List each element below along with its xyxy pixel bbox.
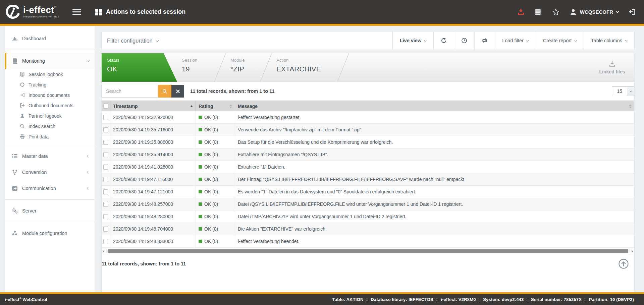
user-menu[interactable]: WCQSECOFR <box>570 8 619 16</box>
chevron-down-icon <box>87 59 90 62</box>
filter-tab-action[interactable]: ActionEXTARCHIVE <box>272 53 349 82</box>
row-checkbox[interactable] <box>103 227 108 232</box>
table-row[interactable]: 2020/09/30 14:19:47.121000OK (0)Es wurde… <box>102 186 634 198</box>
scroll-to-top-button[interactable] <box>618 258 629 269</box>
column-header-message[interactable]: Message <box>235 101 634 111</box>
live-view-dropdown[interactable]: Live view <box>392 32 433 50</box>
table-columns-dropdown[interactable]: Table columns <box>584 32 634 50</box>
sidebar-item-communication[interactable]: Communication <box>5 180 95 196</box>
row-checkbox-cell <box>102 124 110 136</box>
row-checkbox[interactable] <box>103 177 108 182</box>
table-row[interactable]: 2020/09/30 14:19:32.920000OK (0)i-effect… <box>102 111 634 124</box>
refresh-button[interactable] <box>433 32 454 50</box>
logout-icon[interactable] <box>629 8 636 16</box>
create-report-dropdown[interactable]: Create report <box>536 32 584 50</box>
repeat-button[interactable] <box>474 32 495 50</box>
search-icon <box>162 89 167 94</box>
sidebar-item-label: Conversion <box>22 170 47 175</box>
main-content: Filter configuration Live viewLoad filte… <box>101 26 635 292</box>
sidebar-item-session-logbook[interactable]: Session logbook <box>5 69 95 79</box>
table-row[interactable]: 2020/09/30 14:19:48.280000OK (0)Datei /T… <box>102 210 634 223</box>
table-row[interactable]: 2020/09/30 14:19:47.116000OK (0)Der Eint… <box>102 173 634 186</box>
sidebar-item-module-configuration[interactable]: Module configuration <box>5 225 95 241</box>
schedule-button[interactable] <box>454 32 474 50</box>
table-row[interactable]: 2020/09/30 14:19:48.704000OK (0)Die Akti… <box>102 223 634 235</box>
scrollbar-thumb[interactable] <box>108 249 628 253</box>
table-row[interactable]: 2020/09/30 14:19:41.025000OK (0)Extrahie… <box>102 161 634 173</box>
sidebar-item-label: Print data <box>29 134 49 139</box>
hamburger-menu-icon[interactable] <box>72 9 81 15</box>
linked-files-button[interactable]: Linked files <box>590 53 634 82</box>
filter-configuration-dropdown[interactable]: Filter configuration <box>102 32 159 50</box>
scroll-right-arrow[interactable]: › <box>630 249 634 253</box>
column-header-rating[interactable]: Rating <box>196 101 235 111</box>
logo-registered-mark: ® <box>54 5 57 9</box>
filter-tab-module[interactable]: Module*ZIP <box>226 53 272 82</box>
row-checkbox-cell <box>102 235 110 247</box>
sidebar-item-index-search[interactable]: Index search <box>5 121 95 131</box>
clear-search-button[interactable] <box>171 85 184 98</box>
filter-bar: Filter configuration Live viewLoad filte… <box>101 31 635 50</box>
filter-tab-status[interactable]: StatusOK <box>102 53 177 82</box>
chevron-down-icon <box>155 38 159 42</box>
sidebar-item-server[interactable]: Server <box>5 203 95 219</box>
download-alert-icon[interactable] <box>517 8 525 16</box>
sidebar-item-label: Index search <box>29 124 55 129</box>
table-row[interactable]: 2020/09/30 14:19:35.914000OK (0)Extrahie… <box>102 148 634 161</box>
sidebar-item-conversion[interactable]: Conversion <box>5 164 95 180</box>
table-row[interactable]: 2020/09/30 14:19:35.716000OK (0)Verwende… <box>102 124 634 136</box>
arrow-up-circle-icon <box>618 258 629 269</box>
footer-separator: :: <box>364 297 371 302</box>
footer-separator: :: <box>582 297 589 302</box>
page-size-select[interactable]: 15 <box>612 86 634 96</box>
select-all-checkbox[interactable] <box>103 104 108 109</box>
favorites-star-icon[interactable] <box>552 8 559 16</box>
scroll-left-arrow[interactable]: ‹ <box>102 249 106 253</box>
search-button[interactable] <box>158 85 171 98</box>
scrollbar-track[interactable] <box>106 249 630 253</box>
load-filter-dropdown[interactable]: Load filter <box>495 32 536 50</box>
sidebar-item-label: Monitoring <box>22 58 45 64</box>
row-checkbox-cell <box>102 198 110 210</box>
table-row[interactable]: 2020/09/30 14:19:35.886000OK (0)Das Setu… <box>102 136 634 148</box>
table-row[interactable]: 2020/09/30 14:19:48.833000OK (0)i-effect… <box>102 235 634 248</box>
chevron-down-icon <box>627 87 634 96</box>
row-checkbox[interactable] <box>103 152 108 157</box>
sidebar-divider <box>5 145 95 145</box>
sidebar-item-inbound-documents[interactable]: Inbound documents <box>5 90 95 100</box>
sidebar-item-master-data[interactable]: Master data <box>5 148 95 164</box>
sidebar-item-tracking[interactable]: Tracking <box>5 79 95 90</box>
toolbar: Live viewLoad filterCreate reportTable c… <box>392 32 634 50</box>
row-checkbox[interactable] <box>103 214 108 219</box>
row-checkbox[interactable] <box>103 127 108 132</box>
column-header-timestamp[interactable]: Timestamp <box>110 101 196 111</box>
status-ok-flag <box>199 128 202 131</box>
search-input[interactable] <box>102 85 158 98</box>
server-status-icon[interactable] <box>535 8 542 16</box>
sidebar-item-label: Session logbook <box>29 72 63 77</box>
row-checkbox[interactable] <box>103 202 108 207</box>
status-ok-flag <box>199 140 202 144</box>
row-checkbox[interactable] <box>103 189 108 194</box>
table-row[interactable]: 2020/09/30 14:19:48.257000OK (0)Datei /Q… <box>102 198 634 210</box>
sidebar-item-monitoring[interactable]: Monitoring <box>5 53 95 69</box>
app-logo[interactable]: i-effect® integrated solutions for IBM i <box>5 5 59 19</box>
sidebar-item-label: Partner logbook <box>29 113 62 119</box>
rating-cell: OK (0) <box>196 223 235 235</box>
filter-tab-session[interactable]: Session19 <box>177 53 226 82</box>
sidebar-item-partner-logbook[interactable]: Partner logbook <box>5 111 95 121</box>
sidebar-item-dashboard[interactable]: Dashboard <box>5 30 95 47</box>
sidebar-item-print-data[interactable]: Print data <box>5 131 95 142</box>
chevron-left-icon <box>87 171 90 174</box>
sidebar-item-outbound-documents[interactable]: Outbound documents <box>5 100 95 111</box>
row-checkbox[interactable] <box>103 239 108 244</box>
circle-icon <box>20 82 25 87</box>
status-ok-flag <box>199 227 202 231</box>
row-checkbox[interactable] <box>103 165 108 170</box>
row-checkbox[interactable] <box>103 140 108 145</box>
button-label: Live view <box>400 38 421 43</box>
row-checkbox[interactable] <box>103 115 108 120</box>
footer-system-info: Table: AKTION::Database library: IEFFECT… <box>332 297 634 302</box>
sidebar-nav: DashboardMonitoringSession logbookTracki… <box>5 30 95 241</box>
sidebar: DashboardMonitoringSession logbookTracki… <box>5 26 95 292</box>
